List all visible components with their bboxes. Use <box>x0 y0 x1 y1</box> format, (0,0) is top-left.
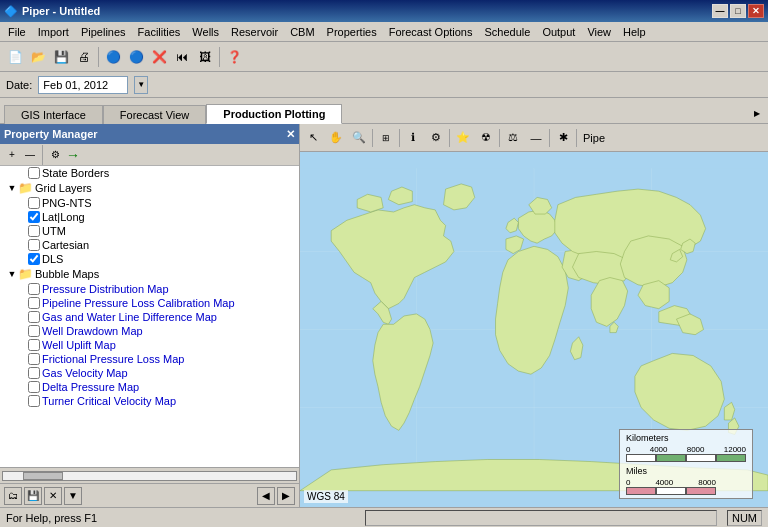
tab-gis-interface[interactable]: GIS Interface <box>4 105 103 124</box>
settings-button[interactable]: ⚙ <box>47 147 63 163</box>
dash-button[interactable]: — <box>525 127 547 149</box>
checkbox-delta-pressure[interactable] <box>28 381 40 393</box>
remove-layer-button[interactable]: — <box>22 147 38 163</box>
checkbox-turner-critical[interactable] <box>28 395 40 407</box>
map-canvas[interactable]: Kilometers 04000800012000 Miles 04000800… <box>300 152 768 507</box>
checkbox-utm[interactable] <box>28 225 40 237</box>
minimize-button[interactable]: — <box>712 4 728 18</box>
tree-item-cartesian[interactable]: Cartesian <box>0 238 299 252</box>
close-button[interactable]: ✕ <box>748 4 764 18</box>
checkbox-frictional-pressure[interactable] <box>28 353 40 365</box>
date-dropdown-button[interactable]: ▼ <box>134 76 148 94</box>
open-button[interactable]: 📂 <box>27 46 49 68</box>
hazard-button[interactable]: ☢ <box>475 127 497 149</box>
settings-map-button[interactable]: ⚙ <box>425 127 447 149</box>
tab-production-plotting[interactable]: Production Plotting <box>206 104 342 124</box>
tab-scroll-arrow[interactable]: ▶ <box>750 103 764 123</box>
menu-facilities[interactable]: Facilities <box>132 24 187 40</box>
label-turner-critical[interactable]: Turner Critical Velocity Map <box>42 395 176 407</box>
label-delta-pressure[interactable]: Delta Pressure Map <box>42 381 139 393</box>
label-well-uplift[interactable]: Well Uplift Map <box>42 339 116 351</box>
info-button[interactable]: ℹ <box>402 127 424 149</box>
label-frictional-pressure[interactable]: Frictional Pressure Loss Map <box>42 353 184 365</box>
tree-item-turner-critical[interactable]: Turner Critical Velocity Map <box>0 394 299 408</box>
tree-item-utm[interactable]: UTM <box>0 224 299 238</box>
menu-wells[interactable]: Wells <box>186 24 225 40</box>
tree-item-gas-water-diff[interactable]: Gas and Water Line Difference Map <box>0 310 299 324</box>
tree-item-lat-long[interactable]: Lat|Long <box>0 210 299 224</box>
next-button[interactable]: → <box>65 147 81 163</box>
checkbox-state-borders[interactable] <box>28 167 40 179</box>
menu-properties[interactable]: Properties <box>321 24 383 40</box>
checkbox-well-uplift[interactable] <box>28 339 40 351</box>
menu-help[interactable]: Help <box>617 24 652 40</box>
select-tool-button[interactable]: ↖ <box>302 127 324 149</box>
label-well-drawdown[interactable]: Well Drawdown Map <box>42 325 143 337</box>
tree-item-pressure-dist[interactable]: Pressure Distribution Map <box>0 282 299 296</box>
dropdown-btn[interactable]: ▼ <box>64 487 82 505</box>
label-pipeline-pressure[interactable]: Pipeline Pressure Loss Calibration Map <box>42 297 235 309</box>
label-pressure-dist[interactable]: Pressure Distribution Map <box>42 283 169 295</box>
new-button[interactable]: 📄 <box>4 46 26 68</box>
save-button[interactable]: 💾 <box>50 46 72 68</box>
tree-group-bubble-maps[interactable]: ▼ 📁 Bubble Maps <box>0 266 299 282</box>
tree-item-well-uplift[interactable]: Well Uplift Map <box>0 338 299 352</box>
menu-file[interactable]: File <box>2 24 32 40</box>
checkbox-gas-velocity[interactable] <box>28 367 40 379</box>
menu-view[interactable]: View <box>581 24 617 40</box>
tree-item-frictional-pressure[interactable]: Frictional Pressure Loss Map <box>0 352 299 366</box>
tree-item-png-nts[interactable]: PNG-NTS <box>0 196 299 210</box>
next-btn[interactable]: ▶ <box>277 487 295 505</box>
checkbox-cartesian[interactable] <box>28 239 40 251</box>
help-button[interactable]: ❓ <box>223 46 245 68</box>
hscroll-track[interactable] <box>2 471 297 481</box>
hscroll-thumb[interactable] <box>23 472 63 480</box>
toggle-grid-layers[interactable]: ▼ <box>6 182 18 194</box>
prev-btn[interactable]: ◀ <box>257 487 275 505</box>
menu-cbm[interactable]: CBM <box>284 24 320 40</box>
checkbox-well-drawdown[interactable] <box>28 325 40 337</box>
checkbox-pipeline-pressure[interactable] <box>28 297 40 309</box>
tree-item-state-borders[interactable]: State Borders <box>0 166 299 180</box>
label-gas-velocity[interactable]: Gas Velocity Map <box>42 367 128 379</box>
menu-pipelines[interactable]: Pipelines <box>75 24 132 40</box>
asterisk-button[interactable]: ✱ <box>552 127 574 149</box>
print-button[interactable]: 🖨 <box>73 46 95 68</box>
tree-group-grid-layers[interactable]: ▼ 📁 Grid Layers <box>0 180 299 196</box>
checkbox-gas-water-diff[interactable] <box>28 311 40 323</box>
stop-button[interactable]: ❌ <box>148 46 170 68</box>
sidebar-close-btn[interactable]: ✕ <box>286 128 295 141</box>
circle1-button[interactable]: 🔵 <box>102 46 124 68</box>
zoom-in-button[interactable]: 🔍 <box>348 127 370 149</box>
menu-import[interactable]: Import <box>32 24 75 40</box>
zoom-window-button[interactable]: ⊞ <box>375 127 397 149</box>
menu-output[interactable]: Output <box>536 24 581 40</box>
checkbox-dls[interactable] <box>28 253 40 265</box>
add-layer-button[interactable]: + <box>4 147 20 163</box>
back-button[interactable]: ⏮ <box>171 46 193 68</box>
tree-item-well-drawdown[interactable]: Well Drawdown Map <box>0 324 299 338</box>
menu-forecast-options[interactable]: Forecast Options <box>383 24 479 40</box>
pan-button[interactable]: ✋ <box>325 127 347 149</box>
checkbox-png-nts[interactable] <box>28 197 40 209</box>
checkbox-lat-long[interactable] <box>28 211 40 223</box>
delete-btn[interactable]: ✕ <box>44 487 62 505</box>
tree-item-gas-velocity[interactable]: Gas Velocity Map <box>0 366 299 380</box>
maximize-button[interactable]: □ <box>730 4 746 18</box>
folder-button[interactable]: 🗂 <box>4 487 22 505</box>
label-gas-water-diff[interactable]: Gas and Water Line Difference Map <box>42 311 217 323</box>
tree-item-delta-pressure[interactable]: Delta Pressure Map <box>0 380 299 394</box>
save-btn[interactable]: 💾 <box>24 487 42 505</box>
date-input[interactable] <box>38 76 128 94</box>
menu-reservoir[interactable]: Reservoir <box>225 24 284 40</box>
sidebar-hscrollbar[interactable] <box>0 467 299 483</box>
balance-button[interactable]: ⚖ <box>502 127 524 149</box>
toggle-bubble-maps[interactable]: ▼ <box>6 268 18 280</box>
image-button[interactable]: 🖼 <box>194 46 216 68</box>
tab-forecast-view[interactable]: Forecast View <box>103 105 207 124</box>
star-button[interactable]: ⭐ <box>452 127 474 149</box>
menu-schedule[interactable]: Schedule <box>479 24 537 40</box>
tree-item-dls[interactable]: DLS <box>0 252 299 266</box>
tree-item-pipeline-pressure[interactable]: Pipeline Pressure Loss Calibration Map <box>0 296 299 310</box>
circle2-button[interactable]: 🔵 <box>125 46 147 68</box>
